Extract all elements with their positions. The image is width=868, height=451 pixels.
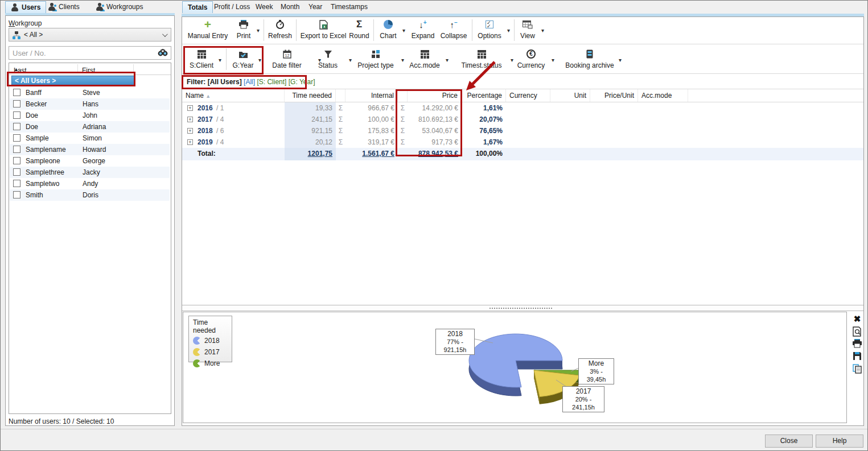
gyear-dropdown-arrow[interactable]: ▾: [258, 57, 261, 63]
tab-clients[interactable]: Clients: [43, 1, 85, 13]
user-checkbox[interactable]: [13, 89, 20, 96]
table-row-2018[interactable]: +2018/ 6 921,15 Σ 175,83 € Σ 53.040,67 €…: [182, 125, 863, 136]
sum-client-button[interactable]: S:Client: [187, 48, 216, 69]
table-row-2019[interactable]: +2019/ 4 20,12 Σ 319,17 € Σ 917,73 € 1,6…: [182, 136, 863, 148]
help-button[interactable]: Help: [816, 435, 863, 448]
user-checkbox[interactable]: [13, 191, 20, 198]
status-dropdown-arrow[interactable]: ▾: [349, 57, 352, 63]
table-row-2017[interactable]: +2017/ 4 241,15 Σ 100,00 € Σ 810.692,13 …: [182, 114, 863, 125]
header-percentage[interactable]: Percentage: [462, 89, 506, 102]
date-filter-button[interactable]: 12 Date filter: [269, 48, 305, 69]
legend-item[interactable]: More: [193, 359, 232, 371]
tab-workgroups[interactable]: Workgroups: [90, 1, 148, 13]
sclient-dropdown-arrow[interactable]: ▾: [219, 57, 221, 63]
search-binoculars-icon[interactable]: [158, 49, 168, 57]
status-button[interactable]: Status: [315, 48, 341, 69]
expand-button[interactable]: ↓+ Expand: [409, 18, 437, 40]
chart-button[interactable]: Chart: [376, 18, 401, 40]
project-type-dropdown-arrow[interactable]: ▾: [401, 57, 404, 63]
acc-mode-dropdown-arrow[interactable]: ▾: [446, 57, 449, 63]
group-year-button[interactable]: G:Year: [230, 48, 256, 69]
acc-mode-button[interactable]: Acc.mode: [408, 48, 441, 69]
header-unit[interactable]: Unit: [550, 89, 590, 102]
header-currency[interactable]: Currency: [506, 89, 550, 102]
close-button[interactable]: Close: [765, 435, 813, 448]
user-row[interactable]: SamplenameHoward: [10, 144, 170, 155]
tree-expand-icon[interactable]: +: [187, 128, 193, 134]
options-button[interactable]: ✓✓ Options: [474, 18, 505, 40]
user-row[interactable]: DoeJohn: [10, 110, 170, 121]
tab-users[interactable]: Users: [5, 1, 46, 13]
user-row[interactable]: SampleSimon: [10, 133, 170, 144]
view-button[interactable]: View: [517, 18, 538, 40]
user-row[interactable]: SampleoneGeorge: [10, 155, 170, 167]
sigma-icon[interactable]: Σ: [336, 125, 345, 136]
currency-dropdown-arrow[interactable]: ▾: [552, 57, 554, 63]
sigma-icon[interactable]: Σ: [336, 114, 345, 125]
timest-status-button[interactable]: Timest.status: [457, 48, 506, 69]
user-checkbox[interactable]: [13, 100, 20, 107]
tab-week[interactable]: Week: [250, 1, 278, 13]
print-button[interactable]: Print: [232, 18, 256, 40]
round-button[interactable]: Σ Round: [347, 18, 372, 40]
legend-item[interactable]: 2018: [193, 337, 232, 348]
refresh-button[interactable]: Refresh: [266, 18, 294, 40]
tab-timestamps[interactable]: Timestamps: [326, 1, 373, 13]
sigma-icon[interactable]: Σ: [398, 114, 408, 125]
splitter-handle[interactable]: [182, 305, 863, 311]
header-internal[interactable]: Internal: [345, 89, 398, 102]
table-row-2016[interactable]: +2016/ 1 19,33 Σ 966,67 € Σ 14.292,00 € …: [182, 102, 863, 114]
user-row[interactable]: SamplethreeJacky: [10, 167, 170, 178]
currency-button[interactable]: € Currency: [515, 48, 548, 69]
user-row[interactable]: DoeAdriana: [10, 121, 170, 133]
sigma-icon[interactable]: Σ: [398, 102, 408, 114]
export-excel-button[interactable]: x Export to Excel: [298, 18, 348, 40]
view-dropdown-arrow[interactable]: ▾: [541, 27, 544, 34]
chart-close-icon[interactable]: ✖: [851, 314, 863, 326]
user-checkbox[interactable]: [13, 146, 20, 153]
user-row[interactable]: BanffSteve: [10, 87, 170, 98]
collapse-button[interactable]: ↑– Collapse: [438, 18, 470, 40]
booking-archive-dropdown-arrow[interactable]: ▾: [619, 57, 622, 63]
user-row[interactable]: SmithDoris: [10, 189, 170, 201]
filter-grouping: [S: Client] [G: Year]: [257, 78, 315, 86]
sigma-icon[interactable]: Σ: [336, 102, 345, 114]
chart-print-icon[interactable]: [851, 339, 863, 351]
user-checkbox[interactable]: [13, 134, 20, 142]
user-row[interactable]: SampletwoAndy: [10, 178, 170, 189]
search-input[interactable]: [13, 48, 149, 58]
options-dropdown-arrow[interactable]: ▾: [507, 27, 510, 34]
print-dropdown-arrow[interactable]: ▾: [257, 27, 260, 34]
chart-dropdown-arrow[interactable]: ▾: [402, 27, 405, 34]
header-acc-mode[interactable]: Acc.mode: [638, 89, 688, 102]
tree-expand-icon[interactable]: +: [187, 139, 193, 145]
header-name[interactable]: Name ▲: [182, 89, 285, 102]
legend-item[interactable]: 2017: [193, 348, 232, 359]
sigma-icon[interactable]: Σ: [336, 136, 345, 148]
project-type-button[interactable]: Project type: [355, 48, 397, 69]
tree-expand-icon[interactable]: +: [187, 105, 193, 111]
tab-profit-loss[interactable]: Profit / Loss: [209, 1, 255, 13]
chart-save-icon[interactable]: [851, 351, 863, 364]
sigma-icon[interactable]: Σ: [398, 125, 408, 136]
manual-entry-button[interactable]: + Manual Entry: [184, 18, 232, 40]
sigma-icon[interactable]: Σ: [398, 136, 408, 148]
tab-month[interactable]: Month: [275, 1, 305, 13]
all-users-row[interactable]: < All Users >: [11, 76, 134, 86]
user-checkbox[interactable]: [13, 123, 20, 130]
workgroup-dropdown[interactable]: < All >: [9, 28, 171, 42]
chart-preview-icon[interactable]: [851, 326, 863, 339]
chart-copy-icon[interactable]: [851, 364, 863, 376]
timest-status-dropdown-arrow[interactable]: ▾: [511, 57, 513, 63]
tab-year[interactable]: Year: [303, 1, 327, 13]
tree-expand-icon[interactable]: +: [187, 117, 193, 122]
header-price[interactable]: Price: [408, 89, 462, 102]
user-checkbox[interactable]: [13, 157, 20, 164]
booking-archive-button[interactable]: Booking archive: [563, 48, 616, 69]
user-checkbox[interactable]: [13, 111, 20, 119]
header-time-needed[interactable]: Time needed: [285, 89, 336, 102]
user-row[interactable]: BeckerHans: [10, 98, 170, 110]
user-checkbox[interactable]: [13, 168, 20, 176]
user-checkbox[interactable]: [13, 180, 20, 187]
header-price-unit[interactable]: Price/Unit: [590, 89, 638, 102]
